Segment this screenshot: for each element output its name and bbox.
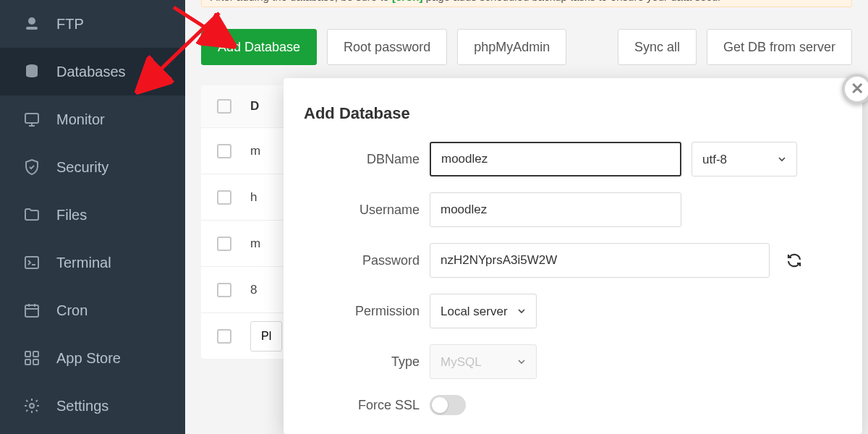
sidebar: FTP Databases Monitor Security Files Ter…	[0, 0, 185, 434]
sidebar-item-label: Settings	[56, 398, 109, 414]
calendar-icon	[23, 302, 41, 319]
row-checkbox[interactable]	[217, 144, 231, 158]
toolbar: Add Database Root password phpMyAdmin Sy…	[185, 7, 868, 85]
sidebar-item-security[interactable]: Security	[0, 143, 185, 191]
footer-checkbox[interactable]	[217, 329, 231, 344]
username-input[interactable]	[430, 192, 681, 227]
row-checkbox[interactable]	[217, 283, 231, 297]
dbname-input[interactable]	[430, 142, 681, 176]
column-header: D	[250, 99, 279, 114]
sidebar-item-label: FTP	[56, 16, 84, 33]
apps-icon	[23, 349, 41, 367]
cell-dbname: m	[250, 144, 279, 158]
cell-dbname: m	[250, 237, 279, 251]
sidebar-item-appstore[interactable]: App Store	[0, 334, 185, 382]
svg-rect-7	[33, 352, 38, 357]
notice-link[interactable]: [cron]	[392, 0, 423, 3]
gear-icon	[23, 397, 41, 414]
add-database-modal: ✕ Add Database DBName utf-8 Username Pas…	[284, 78, 862, 434]
terminal-icon	[23, 254, 41, 271]
modal-close-button[interactable]: ✕	[842, 74, 868, 104]
svg-point-0	[28, 17, 35, 25]
select-all-checkbox[interactable]	[217, 99, 231, 114]
sidebar-item-label: Security	[56, 159, 109, 176]
sidebar-item-label: Terminal	[56, 255, 111, 271]
sidebar-item-terminal[interactable]: Terminal	[0, 239, 185, 286]
username-label: Username	[304, 203, 420, 218]
permission-label: Permission	[304, 304, 420, 319]
sidebar-item-settings[interactable]: Settings	[0, 382, 185, 430]
type-label: Type	[304, 354, 420, 370]
get-db-button[interactable]: Get DB from server	[707, 29, 852, 65]
sidebar-item-files[interactable]: Files	[0, 191, 185, 239]
svg-point-10	[30, 404, 34, 408]
add-database-button[interactable]: Add Database	[201, 29, 317, 65]
sidebar-item-monitor[interactable]: Monitor	[0, 95, 185, 143]
row-checkbox[interactable]	[217, 190, 231, 205]
notice-banner: After adding the database, be sure to [c…	[201, 0, 852, 7]
sidebar-item-label: App Store	[56, 350, 121, 367]
svg-rect-9	[33, 359, 38, 365]
sidebar-item-label: Cron	[56, 302, 88, 319]
sidebar-item-label: Databases	[56, 64, 126, 80]
sidebar-item-label: Monitor	[56, 111, 105, 128]
force-ssl-toggle[interactable]	[430, 395, 466, 415]
password-input[interactable]	[430, 243, 770, 278]
folder-icon	[23, 206, 41, 224]
svg-rect-1	[26, 27, 38, 30]
svg-rect-4	[25, 257, 38, 268]
dbname-label: DBName	[304, 152, 420, 167]
phpmyadmin-button[interactable]: phpMyAdmin	[457, 29, 566, 65]
refresh-icon	[786, 252, 803, 269]
row-checkbox[interactable]	[217, 237, 231, 251]
root-password-button[interactable]: Root password	[327, 29, 447, 65]
shield-icon	[23, 158, 41, 176]
svg-rect-6	[25, 352, 30, 357]
sidebar-item-label: Files	[56, 207, 87, 224]
sidebar-item-databases[interactable]: Databases	[0, 48, 185, 95]
svg-rect-8	[25, 359, 30, 365]
permission-select[interactable]: Local server	[430, 294, 537, 328]
password-label: Password	[304, 253, 420, 268]
sync-all-button[interactable]: Sync all	[618, 29, 697, 65]
svg-rect-5	[25, 305, 38, 317]
encoding-select[interactable]: utf-8	[692, 142, 797, 176]
monitor-icon	[23, 111, 41, 128]
ftp-icon	[23, 15, 41, 33]
sidebar-item-cron[interactable]: Cron	[0, 286, 185, 334]
regenerate-password-button[interactable]	[780, 246, 809, 275]
notice-text: After adding the database, be sure to [c…	[210, 0, 721, 3]
footer-button[interactable]: Pl	[250, 321, 282, 352]
close-icon: ✕	[851, 80, 864, 98]
svg-rect-3	[25, 114, 38, 123]
database-icon	[23, 63, 41, 80]
cell-dbname: 8	[250, 283, 279, 297]
cell-dbname: h	[250, 190, 279, 205]
force-ssl-label: Force SSL	[304, 398, 420, 413]
sidebar-item-ftp[interactable]: FTP	[0, 0, 185, 48]
type-select[interactable]: MySQL	[430, 344, 537, 379]
modal-title: Add Database	[284, 78, 862, 142]
